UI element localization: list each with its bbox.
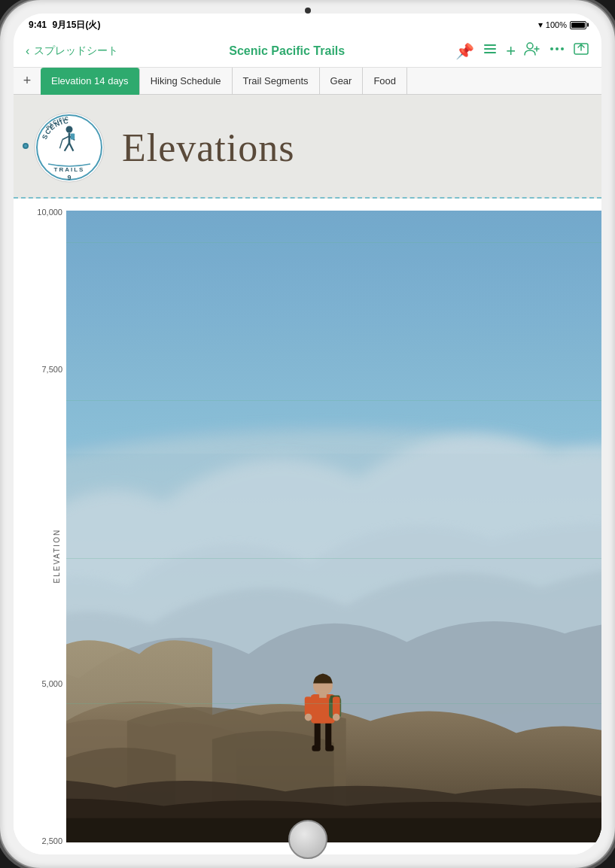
svg-point-6 <box>561 47 564 50</box>
svg-point-12 <box>66 126 73 133</box>
tab-bar: + Elevation 14 days Hiking Schedule Trai… <box>14 68 601 95</box>
svg-rect-27 <box>315 721 321 748</box>
tab-elevation[interactable]: Elevation 14 days <box>41 68 140 95</box>
y-axis: 10,000 7,500 ELEVATION 5,000 2,500 <box>21 199 62 854</box>
svg-rect-1 <box>484 48 496 50</box>
row-handle[interactable] <box>23 143 29 149</box>
home-button[interactable] <box>288 820 327 859</box>
pin-icon[interactable]: 📌 <box>455 42 474 60</box>
nav-bar: ‹ スプレッドシート Scenic Pacific Trails 📌 + <box>14 35 601 68</box>
svg-point-3 <box>527 43 533 49</box>
tab-hiking[interactable]: Hiking Schedule <box>140 68 233 95</box>
sheet-title: Elevations <box>122 126 295 170</box>
tab-gear[interactable]: Gear <box>320 68 364 95</box>
svg-rect-38 <box>66 211 601 454</box>
y-label-7500: 7,500 <box>21 365 62 374</box>
chart-container: 10,000 7,500 ELEVATION 5,000 2,500 <box>14 199 601 854</box>
battery-percent: 100% <box>546 20 567 29</box>
back-label[interactable]: スプレッドシート <box>34 44 118 58</box>
svg-point-35 <box>333 714 340 721</box>
grid-line-5000 <box>66 558 601 559</box>
status-bar: 9:41 9月15日(火) ▾ 100% <box>14 14 601 35</box>
svg-rect-33 <box>333 697 340 716</box>
nav-title: Scenic Pacific Trails <box>229 44 345 58</box>
grid-line-2500 <box>66 703 601 704</box>
svg-rect-0 <box>484 44 496 46</box>
wifi-icon: ▾ <box>538 20 543 30</box>
y-label-2500: 2,500 <box>21 836 62 845</box>
camera <box>305 8 311 14</box>
svg-point-5 <box>556 47 559 50</box>
y-label-10000: 10,000 <box>21 208 62 217</box>
svg-rect-2 <box>484 52 496 53</box>
battery-fill <box>571 23 585 28</box>
list-icon[interactable] <box>482 41 498 61</box>
svg-rect-32 <box>305 697 312 716</box>
y-axis-label: ELEVATION <box>53 542 61 583</box>
screen: 9:41 9月15日(火) ▾ 100% ‹ スプレッドシート Scenic P… <box>14 14 601 854</box>
sheet-header: SCENIC PACIFIC <box>14 95 601 199</box>
elevation-photo-svg <box>66 211 601 842</box>
device: 9:41 9月15日(火) ▾ 100% ‹ スプレッドシート Scenic P… <box>0 0 615 868</box>
status-time: 9:41 9月15日(火) <box>29 19 100 32</box>
back-icon[interactable]: ‹ <box>26 44 29 58</box>
main-content: SCENIC PACIFIC <box>14 95 601 854</box>
add-tab-button[interactable]: + <box>17 71 38 92</box>
handle-dot <box>23 143 29 149</box>
svg-point-4 <box>550 47 553 50</box>
trail-badge: SCENIC PACIFIC <box>32 110 107 185</box>
add-icon[interactable]: + <box>506 41 516 61</box>
tab-food[interactable]: Food <box>363 68 407 95</box>
svg-rect-28 <box>325 721 331 748</box>
grid-line-7500 <box>66 400 601 401</box>
grid-line-top <box>66 242 601 243</box>
svg-text:9: 9 <box>67 174 71 181</box>
status-icons: ▾ 100% <box>538 20 586 30</box>
svg-text:TRAILS: TRAILS <box>54 166 85 173</box>
share-people-icon[interactable] <box>523 41 541 61</box>
svg-rect-37 <box>319 692 327 698</box>
share-icon[interactable] <box>573 41 589 61</box>
chart-area <box>66 211 601 842</box>
nav-left: ‹ スプレッドシート <box>26 44 118 58</box>
y-label-5000: 5,000 <box>21 679 62 688</box>
tab-trail-segments[interactable]: Trail Segments <box>233 68 320 95</box>
more-icon[interactable] <box>549 41 565 61</box>
svg-point-34 <box>305 714 312 721</box>
svg-rect-19 <box>71 133 75 139</box>
nav-right: 📌 + <box>455 41 589 61</box>
battery-icon <box>570 21 586 29</box>
svg-rect-24 <box>66 818 601 842</box>
